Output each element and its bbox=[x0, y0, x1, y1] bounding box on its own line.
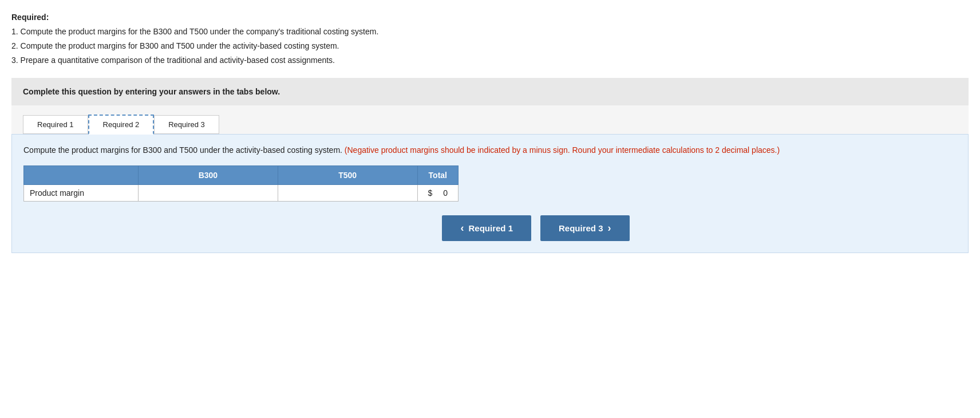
t500-input[interactable] bbox=[278, 185, 417, 201]
col-header-b300: B300 bbox=[139, 166, 278, 185]
required-bold: Required: bbox=[11, 13, 49, 22]
next-button[interactable]: Required 3 bbox=[540, 215, 630, 241]
instruction-banner: Complete this question by entering your … bbox=[11, 78, 969, 105]
tab-required-1[interactable]: Required 1 bbox=[23, 115, 88, 134]
chevron-left-icon bbox=[460, 222, 464, 234]
col-header-t500: T500 bbox=[278, 166, 417, 185]
t500-input-cell[interactable] bbox=[278, 185, 417, 202]
description-red: (Negative product margins should be indi… bbox=[345, 145, 780, 155]
total-inner: $ 0 bbox=[424, 188, 452, 198]
tab-required-3-label: Required 3 bbox=[168, 120, 205, 129]
b300-input[interactable] bbox=[139, 185, 278, 201]
tab-required-2[interactable]: Required 2 bbox=[88, 115, 155, 135]
instruction-item-2: 2. Compute the product margins for B300 … bbox=[11, 40, 969, 52]
total-value: 0 bbox=[443, 188, 448, 198]
tabs-area: Required 1 Required 2 Required 3 bbox=[11, 105, 969, 134]
tabs-row: Required 1 Required 2 Required 3 bbox=[23, 115, 957, 134]
content-description: Compute the product margins for B300 and… bbox=[23, 144, 957, 156]
table-row: Product margin $ 0 bbox=[24, 185, 459, 202]
tab-required-1-label: Required 1 bbox=[37, 120, 74, 129]
instructions-block: Required: 1. Compute the product margins… bbox=[11, 11, 969, 66]
col-header-empty bbox=[24, 166, 139, 185]
tab-required-2-label: Required 2 bbox=[103, 120, 140, 129]
row-label-product-margin: Product margin bbox=[24, 185, 139, 202]
next-button-label: Required 3 bbox=[559, 223, 603, 233]
dollar-sign: $ bbox=[428, 188, 433, 198]
required-label: Required: bbox=[11, 11, 969, 23]
description-normal: Compute the product margins for B300 and… bbox=[23, 145, 342, 155]
instruction-item-1: 1. Compute the product margins for the B… bbox=[11, 26, 969, 38]
chevron-right-icon bbox=[608, 222, 611, 234]
b300-input-cell[interactable] bbox=[139, 185, 278, 202]
instruction-item-3: 3. Prepare a quantitative comparison of … bbox=[11, 54, 969, 66]
tab-required-3[interactable]: Required 3 bbox=[154, 115, 219, 134]
prev-button[interactable]: Required 1 bbox=[442, 215, 531, 241]
col-header-total: Total bbox=[417, 166, 458, 185]
product-margin-table: B300 T500 Total Product margin bbox=[23, 165, 459, 202]
page-container: Required: 1. Compute the product margins… bbox=[0, 0, 980, 265]
content-area: Compute the product margins for B300 and… bbox=[11, 134, 969, 253]
total-cell: $ 0 bbox=[417, 185, 458, 202]
prev-button-label: Required 1 bbox=[468, 223, 513, 233]
nav-buttons: Required 1 Required 3 bbox=[23, 215, 957, 241]
